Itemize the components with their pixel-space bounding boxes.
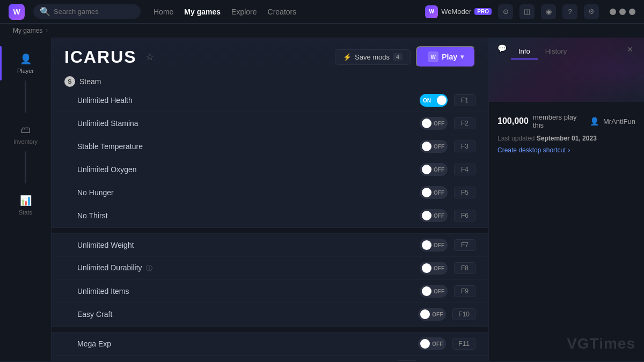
- pro-badge: PRO: [474, 8, 492, 15]
- play-label: Play: [442, 53, 457, 61]
- play-button[interactable]: W Play ▾: [416, 46, 475, 68]
- toggle-knob: [422, 165, 431, 174]
- toggle-unlimited-durability[interactable]: OFF: [420, 262, 448, 275]
- stats-mod-list: Mega Exp OFF F11 Max Talent Points ⓘ OFF…: [52, 333, 488, 361]
- nav-home[interactable]: Home: [153, 8, 173, 16]
- close-button[interactable]: ×: [629, 9, 635, 15]
- search-bar[interactable]: 🔍: [33, 4, 141, 19]
- window-controls: − □ ×: [610, 9, 635, 15]
- sidebar: 👤 Player 🗃 Inventory 📊 Stats: [0, 38, 52, 361]
- mod-no-hunger: No Hunger OFF F5: [56, 181, 488, 204]
- nav-my-games[interactable]: My games: [184, 8, 221, 16]
- user-icon-small: 👤: [590, 117, 599, 125]
- mod-unlimited-weight: Unlimited Weight OFF F7: [56, 234, 488, 257]
- maximize-button[interactable]: □: [619, 9, 626, 15]
- nav-icon-2[interactable]: ◫: [519, 4, 535, 19]
- key-f8: F8: [454, 262, 475, 274]
- updated-row: Last updated September 01, 2023: [497, 135, 635, 142]
- nav-creators[interactable]: Creators: [268, 8, 297, 16]
- chat-icon[interactable]: 💬: [497, 44, 507, 60]
- close-panel-button[interactable]: ✕: [625, 44, 635, 55]
- desktop-shortcut-link[interactable]: Create desktop shortcut ›: [497, 146, 635, 154]
- steam-icon: S: [64, 76, 75, 87]
- mod-name-unlimited-items: Unlimited Items: [77, 287, 413, 295]
- tab-history[interactable]: History: [538, 44, 574, 60]
- sidebar-item-stats[interactable]: 📊 Stats: [0, 188, 51, 222]
- key-f5: F5: [454, 187, 475, 198]
- mod-unlimited-oxygen: Unlimited Oxygen OFF F4: [56, 158, 488, 181]
- play-logo: W: [428, 51, 438, 62]
- toggle-no-hunger[interactable]: OFF: [420, 186, 448, 199]
- app-logo[interactable]: W: [9, 4, 25, 20]
- mod-name-stable-temperature: Stable Temperature: [77, 142, 413, 151]
- toggle-unlimited-stamina[interactable]: OFF: [420, 117, 448, 130]
- breadcrumb-parent[interactable]: My games: [13, 27, 42, 34]
- mod-name-easy-craft: Easy Craft: [77, 310, 412, 319]
- steam-header: S Steam: [52, 72, 488, 89]
- panel-tabs: 💬 Info History ✕: [489, 38, 644, 60]
- toggle-knob: [422, 142, 431, 151]
- game-title: ICARUS: [64, 47, 137, 67]
- mod-stable-temperature: Stable Temperature OFF F3: [56, 135, 488, 158]
- nav-icon-settings[interactable]: ⚙: [584, 4, 599, 19]
- toggle-no-thirst[interactable]: OFF: [420, 209, 448, 222]
- last-updated-label: Last updated: [497, 135, 535, 142]
- key-f1: F1: [454, 94, 475, 106]
- toggle-unlimited-weight[interactable]: OFF: [420, 239, 448, 252]
- key-f2: F2: [454, 117, 475, 129]
- nav-right: W WeModer PRO ⊙ ◫ ◉ ? ⚙ − □ ×: [425, 4, 635, 19]
- minimize-button[interactable]: −: [610, 9, 616, 15]
- favorite-star[interactable]: ☆: [145, 51, 154, 63]
- nav-explore[interactable]: Explore: [231, 8, 257, 16]
- section-divider-1: [52, 227, 488, 234]
- toggle-easy-craft[interactable]: OFF: [418, 308, 446, 321]
- user-badge: W WeModer PRO: [425, 5, 492, 18]
- mod-name-unlimited-stamina: Unlimited Stamina: [77, 119, 413, 128]
- toggle-unlimited-health[interactable]: ON: [420, 94, 448, 107]
- toggle-max-talent-points[interactable]: OFF: [393, 360, 421, 361]
- steam-label: Steam: [79, 77, 101, 86]
- sidebar-bar-1: [25, 80, 26, 113]
- search-icon: 🔍: [40, 6, 50, 17]
- stats-icon: 📊: [19, 194, 32, 207]
- desktop-link-text: Create desktop shortcut: [497, 146, 566, 154]
- key-f6: F6: [454, 210, 475, 221]
- save-mods-label: Save mods: [355, 53, 390, 61]
- nav-icon-discord[interactable]: ◉: [541, 4, 556, 19]
- sidebar-item-inventory[interactable]: 🗃 Inventory: [0, 117, 51, 151]
- right-panel: 💬 Info History ✕ 100,000 members play th…: [488, 38, 644, 361]
- key-f11: F11: [452, 338, 475, 350]
- mod-unlimited-durability: Unlimited Durability ⓘ OFF F8: [56, 257, 488, 280]
- info-icon-durability[interactable]: ⓘ: [146, 264, 152, 272]
- toggle-knob: [420, 309, 430, 319]
- breadcrumb-separator: ›: [46, 27, 48, 34]
- play-chevron-icon: ▾: [460, 53, 464, 61]
- main-layout: 👤 Player 🗃 Inventory 📊 Stats ICARUS ☆ ⚡ …: [0, 38, 644, 361]
- mod-unlimited-items: Unlimited Items OFF F9: [56, 280, 488, 303]
- mod-name-mega-exp: Mega Exp: [77, 339, 412, 348]
- toggle-knob: [422, 263, 431, 273]
- toggle-knob: [422, 240, 431, 250]
- mod-name-no-hunger: No Hunger: [77, 188, 413, 197]
- mod-name-unlimited-health: Unlimited Health: [77, 96, 413, 105]
- mod-mega-exp: Mega Exp OFF F11: [56, 333, 488, 356]
- key-f7: F7: [454, 239, 475, 251]
- mod-name-unlimited-weight: Unlimited Weight: [77, 241, 413, 249]
- toggle-mega-exp[interactable]: OFF: [418, 337, 446, 350]
- nav-icon-help[interactable]: ?: [562, 4, 577, 19]
- wemodder-logo: W: [425, 5, 438, 18]
- save-mods-button[interactable]: ⚡ Save mods 4: [335, 49, 411, 65]
- key-f9: F9: [454, 285, 475, 297]
- tab-info[interactable]: Info: [511, 44, 538, 60]
- toggle-unlimited-oxygen[interactable]: OFF: [420, 163, 448, 176]
- mod-no-thirst: No Thirst OFF F6: [56, 204, 488, 227]
- search-input[interactable]: [54, 8, 134, 16]
- mod-easy-craft: Easy Craft OFF F10: [56, 303, 488, 326]
- nav-icon-1[interactable]: ⊙: [498, 4, 513, 19]
- toggle-stable-temperature[interactable]: OFF: [420, 140, 448, 153]
- mod-name-unlimited-oxygen: Unlimited Oxygen: [77, 165, 413, 174]
- sidebar-item-player[interactable]: 👤 Player: [0, 46, 51, 80]
- sidebar-label-player: Player: [17, 68, 34, 74]
- toggle-knob: [422, 119, 431, 128]
- toggle-unlimited-items[interactable]: OFF: [420, 285, 448, 298]
